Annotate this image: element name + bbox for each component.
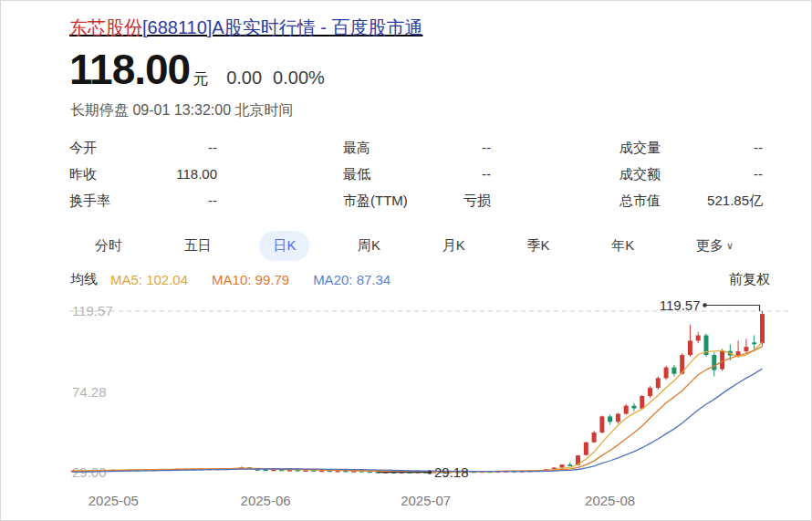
svg-text:119.57: 119.57 xyxy=(72,303,113,318)
svg-text:29.18: 29.18 xyxy=(434,464,469,480)
svg-text:119.57: 119.57 xyxy=(660,297,701,313)
svg-text:2025-07: 2025-07 xyxy=(401,493,451,508)
kline-chart[interactable]: 119.5774.2829.002025-052025-062025-07202… xyxy=(1,1,811,520)
svg-text:74.28: 74.28 xyxy=(72,384,107,400)
svg-text:2025-08: 2025-08 xyxy=(585,493,635,508)
stock-quote-page: 东芯股份[688110]A股实时行情 - 百度股市通 118.00 元 0.00… xyxy=(0,0,812,521)
svg-text:2025-06: 2025-06 xyxy=(241,493,291,508)
svg-text:2025-05: 2025-05 xyxy=(88,493,139,508)
